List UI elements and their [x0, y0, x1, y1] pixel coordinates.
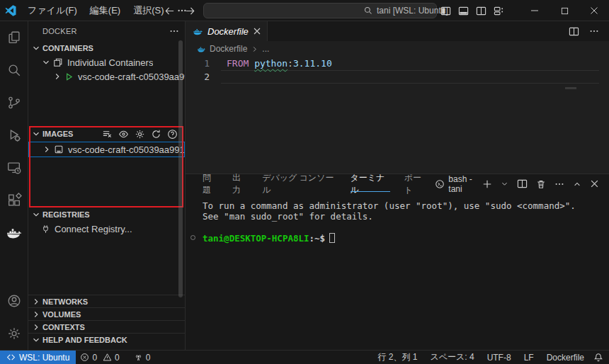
- docker-sidebar: DOCKER CONTAINERS Individual Containers …: [28, 21, 186, 350]
- error-count: 0: [92, 353, 97, 363]
- panel-tab-bar: 問題 出力 デバッグ コンソール ターミナル ポート bash - tani: [186, 174, 609, 193]
- section-registries[interactable]: REGISTRIES: [28, 207, 185, 222]
- chevron-right-icon: [31, 309, 41, 319]
- search-view-icon[interactable]: [0, 54, 28, 86]
- vscode-logo-icon: [0, 5, 21, 16]
- chevron-down-icon: [31, 43, 41, 53]
- editor-more-actions-icon[interactable]: [589, 26, 599, 36]
- minimap: [565, 87, 576, 89]
- eol-indicator[interactable]: LF: [520, 353, 537, 363]
- window-close-button[interactable]: [579, 0, 609, 21]
- accounts-icon[interactable]: [0, 285, 28, 317]
- docker-file-icon: [197, 45, 206, 54]
- help-item-docs[interactable]: Read Extension Documentation: [28, 346, 185, 349]
- section-images[interactable]: IMAGES: [28, 126, 185, 142]
- problems-indicator[interactable]: 0 0: [76, 351, 123, 364]
- chevron-down-icon: [41, 57, 51, 67]
- title-bar: ファイル(F) 編集(E) 選択(S) tani [WSL: Ubuntu]: [0, 0, 609, 21]
- tab-ports[interactable]: ポート: [397, 174, 436, 193]
- kill-terminal-trash-icon[interactable]: [536, 179, 546, 189]
- maximize-panel-chevron-up-icon[interactable]: [573, 180, 581, 188]
- editor-tab-bar: Dockerfile: [186, 21, 609, 41]
- help-icon[interactable]: [167, 129, 178, 140]
- tab-output[interactable]: 出力: [225, 174, 255, 193]
- sidebar-more-actions-icon[interactable]: [169, 26, 179, 36]
- tab-debug-console[interactable]: デバッグ コンソール: [255, 174, 343, 193]
- notifications-bell-icon[interactable]: [593, 353, 603, 363]
- tab-close-icon[interactable]: [253, 27, 261, 35]
- tab-problems[interactable]: 問題: [195, 174, 225, 193]
- split-editor-layout-icon[interactable]: [476, 6, 486, 16]
- split-terminal-icon[interactable]: [517, 178, 528, 189]
- book-icon: [41, 348, 50, 350]
- toggle-panel-icon[interactable]: [458, 6, 469, 16]
- window-maximize-button[interactable]: [550, 0, 579, 21]
- toggle-sidebar-icon[interactable]: [440, 6, 451, 16]
- panel-more-actions-icon[interactable]: [554, 179, 564, 189]
- filter-icon[interactable]: [102, 129, 113, 140]
- command-decoration-icon[interactable]: [190, 235, 195, 240]
- breadcrumb-symbol[interactable]: ...: [262, 44, 269, 54]
- indentation-indicator[interactable]: スペース: 4: [426, 351, 477, 363]
- terminal-dropdown-chevron-icon[interactable]: [501, 180, 508, 188]
- gear-icon[interactable]: [135, 129, 145, 140]
- container-group-icon: [53, 57, 63, 67]
- search-icon: [364, 6, 372, 15]
- tab-dockerfile[interactable]: Dockerfile: [186, 21, 268, 41]
- encoding-indicator[interactable]: UTF-8: [484, 353, 515, 363]
- command-center-text: tani [WSL: Ubuntu]: [377, 6, 448, 16]
- eye-icon[interactable]: [118, 129, 129, 140]
- section-networks[interactable]: NETWORKS: [28, 295, 185, 307]
- docker-image-icon: [54, 144, 64, 154]
- error-icon: [80, 353, 89, 362]
- terminal-line: To run a command as administrator (user …: [203, 200, 609, 211]
- section-containers[interactable]: CONTAINERS: [28, 41, 185, 55]
- close-panel-icon[interactable]: [590, 179, 599, 188]
- tab-terminal[interactable]: ターミナル: [343, 174, 397, 193]
- navigate-forward-icon[interactable]: [185, 6, 195, 16]
- tree-item-running-container[interactable]: vsc-code-craft-c05039aa9915ff...: [28, 69, 185, 84]
- section-help-feedback[interactable]: HELP AND FEEDBACK: [28, 333, 185, 346]
- navigate-back-icon[interactable]: [164, 6, 175, 16]
- current-line-highlight: [221, 70, 599, 84]
- section-contexts[interactable]: CONTEXTS: [28, 320, 185, 333]
- new-terminal-icon[interactable]: [482, 179, 492, 189]
- chevron-down-icon: [31, 129, 41, 139]
- remote-icon: [6, 353, 16, 362]
- docker-view-icon[interactable]: [0, 217, 28, 249]
- language-mode-indicator[interactable]: Dockerfile: [543, 353, 588, 363]
- connect-registry-item[interactable]: Connect Registry...: [28, 222, 185, 236]
- tree-item-image[interactable]: vsc-code-craft-c05039aa9915ff0...: [28, 142, 185, 157]
- explorer-icon[interactable]: [0, 21, 28, 54]
- code-line-1: FROM python:3.11.10: [186, 57, 609, 70]
- source-control-icon[interactable]: [0, 86, 28, 119]
- command-center-search[interactable]: tani [WSL: Ubuntu]: [203, 3, 437, 18]
- remote-explorer-icon[interactable]: [0, 152, 28, 184]
- chevron-right-icon: [251, 45, 258, 53]
- sidebar-scrollbar[interactable]: [178, 40, 183, 297]
- settings-gear-icon[interactable]: [0, 317, 28, 350]
- breadcrumb[interactable]: Dockerfile ...: [186, 41, 609, 57]
- tree-item-individual-containers[interactable]: Individual Containers: [28, 55, 185, 69]
- bash-icon: [435, 179, 445, 189]
- warning-count: 0: [115, 353, 120, 363]
- line-numbers: 1 2: [186, 57, 210, 84]
- menu-file[interactable]: ファイル(F): [21, 3, 84, 18]
- window-minimize-button[interactable]: [520, 0, 550, 21]
- refresh-icon[interactable]: [151, 129, 161, 140]
- terminal-shell-label: bash - tani: [448, 174, 474, 194]
- terminal-shell-selector[interactable]: bash - tani: [435, 174, 474, 194]
- menu-edit[interactable]: 編集(E): [84, 3, 127, 18]
- section-volumes[interactable]: VOLUMES: [28, 307, 185, 320]
- line-col-indicator[interactable]: 行 2、列 1: [374, 351, 421, 363]
- chevron-right-icon: [31, 297, 41, 307]
- customize-layout-icon[interactable]: [494, 6, 504, 16]
- terminal-output[interactable]: To run a command as administrator (user …: [186, 193, 609, 244]
- breadcrumb-file[interactable]: Dockerfile: [210, 44, 247, 54]
- code-area[interactable]: 1 2 FROM python:3.11.10: [186, 57, 609, 84]
- extensions-icon[interactable]: [0, 184, 28, 217]
- run-debug-icon[interactable]: [0, 119, 28, 152]
- split-editor-icon[interactable]: [569, 26, 579, 37]
- ports-indicator[interactable]: 0: [130, 351, 155, 364]
- remote-indicator[interactable]: WSL: Ubuntu: [0, 351, 76, 364]
